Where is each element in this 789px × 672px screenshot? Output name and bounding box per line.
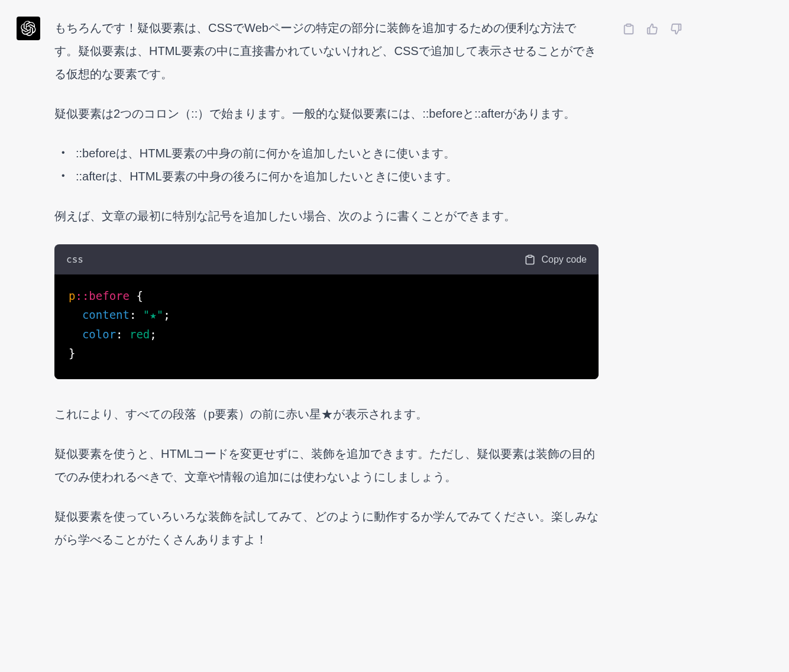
svg-rect-1 <box>626 24 630 27</box>
list-item: ::beforeは、HTML要素の中身の前に何かを追加したいときに使います。 <box>65 142 599 165</box>
thumbs-up-button[interactable] <box>645 21 660 37</box>
code-body: p::before { content: "★"; color: red; } <box>54 274 599 379</box>
list-item: ::afterは、HTML要素の中身の後ろに何かを追加したいときに使います。 <box>65 165 599 188</box>
thumbs-down-button[interactable] <box>668 21 684 37</box>
message-content: もちろんです！疑似要素は、CSSでWebページの特定の部分に装飾を追加するための… <box>54 17 599 568</box>
thumbs-up-icon <box>646 22 659 35</box>
openai-logo-icon <box>21 21 36 36</box>
paragraph: 疑似要素を使うと、HTMLコードを変更せずに、装飾を追加できます。ただし、疑似要… <box>54 442 599 489</box>
assistant-avatar <box>17 17 40 40</box>
svg-rect-0 <box>528 255 532 257</box>
code-language-label: css <box>66 250 83 269</box>
paragraph: 疑似要素を使っていろいろな装飾を試してみて、どのように動作するか学んでみてくださ… <box>54 505 599 551</box>
thumbs-down-icon <box>670 22 683 35</box>
clipboard-icon <box>622 22 635 35</box>
paragraph: 例えば、文章の最初に特別な記号を追加したい場合、次のように書くことができます。 <box>54 205 599 228</box>
copy-code-button[interactable]: Copy code <box>524 250 587 269</box>
assistant-message: もちろんです！疑似要素は、CSSでWebページの特定の部分に装飾を追加するための… <box>17 17 772 568</box>
code-header: css Copy code <box>54 244 599 274</box>
paragraph: これにより、すべての段落（p要素）の前に赤い星★が表示されます。 <box>54 403 599 426</box>
code-block: css Copy code p::before { content: "★"; … <box>54 244 599 379</box>
paragraph: 疑似要素は2つのコロン（::）で始まります。一般的な疑似要素には、::befor… <box>54 102 599 125</box>
copy-message-button[interactable] <box>621 21 636 37</box>
bullet-list: ::beforeは、HTML要素の中身の前に何かを追加したいときに使います。 :… <box>54 142 599 188</box>
copy-code-label: Copy code <box>542 250 587 269</box>
paragraph: もちろんです！疑似要素は、CSSでWebページの特定の部分に装飾を追加するための… <box>54 17 599 86</box>
clipboard-icon <box>524 254 536 266</box>
message-actions <box>621 17 684 37</box>
